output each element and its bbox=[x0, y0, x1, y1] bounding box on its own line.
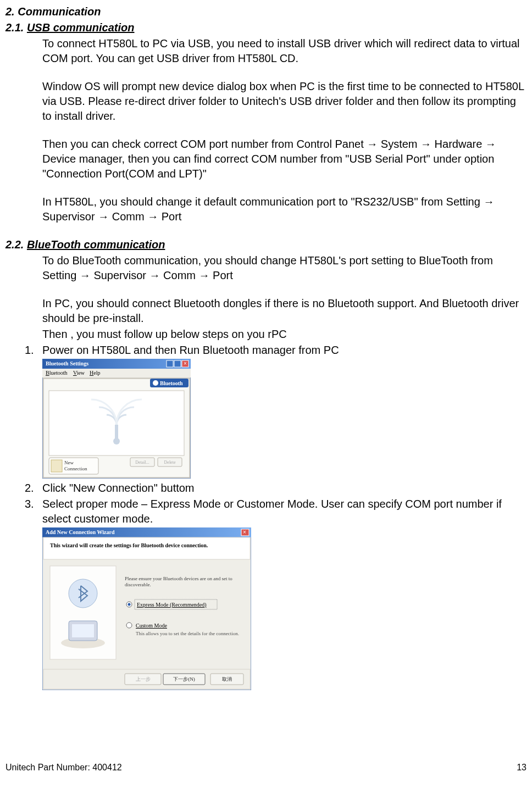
svg-text:上一步: 上一步 bbox=[136, 676, 151, 682]
list-number: 2. bbox=[25, 481, 42, 496]
usb-para-4: In HT580L, you should change it default … bbox=[42, 195, 527, 224]
wizard-illustration-icon bbox=[50, 566, 116, 659]
list-text: Select proper mode – Express Mode or Cus… bbox=[42, 497, 527, 526]
back-button: 上一步 bbox=[125, 674, 161, 685]
minimize-icon bbox=[167, 360, 173, 367]
svg-rect-26 bbox=[72, 624, 94, 637]
svg-text:Express Mode (Recommended): Express Mode (Recommended) bbox=[137, 602, 207, 608]
list-number: 1. bbox=[25, 343, 42, 358]
list-text: Power on HT580L and then Run Bluetooth m… bbox=[42, 343, 527, 358]
svg-text:Connection: Connection bbox=[64, 466, 87, 471]
heading-text: USB communication bbox=[27, 21, 135, 34]
svg-point-29 bbox=[128, 603, 131, 606]
bt-para-3: Then , you must follow up below steps on… bbox=[42, 327, 527, 342]
svg-text:×: × bbox=[243, 529, 246, 535]
svg-rect-22 bbox=[43, 537, 250, 559]
wizard-heading: This wizard will create the settings for… bbox=[50, 542, 208, 548]
screenshot-bluetooth-settings: Bluetooth Settings × Bluetooth View Help… bbox=[42, 359, 191, 479]
step-2: 2. Click "New Connection" buttom bbox=[25, 481, 527, 496]
svg-text:取消: 取消 bbox=[222, 676, 232, 682]
footer-part-number: Unitech Part Number: 400412 bbox=[5, 762, 122, 774]
usb-para-3: Then you can check correct COM port numb… bbox=[42, 137, 527, 181]
footer-page-number: 13 bbox=[517, 762, 527, 774]
svg-text:Bluetooth: Bluetooth bbox=[160, 380, 183, 386]
heading-communication: 2. Communication bbox=[5, 4, 527, 19]
detail-button: Detail... bbox=[130, 458, 154, 466]
svg-rect-16 bbox=[51, 460, 62, 472]
svg-text:下一步(N): 下一步(N) bbox=[173, 676, 195, 682]
menu-help: Help bbox=[90, 370, 100, 376]
svg-point-27 bbox=[69, 579, 97, 608]
heading-usb: 2.1. USB communication bbox=[5, 20, 527, 35]
svg-text:Custom Mode: Custom Mode bbox=[136, 623, 168, 629]
maximize-icon bbox=[174, 360, 181, 367]
bt-para-1: To do BlueTooth communication, you shoul… bbox=[42, 253, 527, 283]
list-text: Click "New Connection" buttom bbox=[42, 481, 527, 496]
svg-text:This allows you to set the det: This allows you to set the details for t… bbox=[136, 631, 239, 636]
step-3: 3. Select proper mode – Express Mode or … bbox=[25, 497, 527, 526]
list-number: 3. bbox=[25, 497, 42, 526]
svg-text:×: × bbox=[184, 360, 187, 366]
bt-para-2: In PC, you should connect Bluetooth dong… bbox=[42, 296, 527, 326]
window-title: Bluetooth Settings bbox=[46, 360, 88, 366]
heading-bluetooth: 2.2. BlueTooth communication bbox=[5, 237, 527, 252]
next-button: 下一步(N) bbox=[163, 674, 205, 685]
new-connection-button: New Connection bbox=[49, 458, 98, 474]
svg-point-32 bbox=[126, 623, 132, 628]
dialog-title: Add New Connection Wizard bbox=[46, 529, 115, 535]
step-1: 1. Power on HT580L and then Run Bluetoot… bbox=[25, 343, 527, 358]
heading-number: 2.1. bbox=[5, 21, 27, 34]
heading-text: BlueTooth communication bbox=[27, 238, 165, 251]
usb-para-2: Window OS will prompt new device dialog … bbox=[42, 79, 527, 124]
menu-bluetooth: Bluetooth bbox=[46, 370, 67, 376]
delete-button: Delete bbox=[158, 458, 182, 466]
usb-para-1: To connect HT580L to PC via USB, you nee… bbox=[42, 36, 527, 66]
page-footer: Unitech Part Number: 400412 13 bbox=[5, 762, 527, 774]
svg-text:Detail...: Detail... bbox=[135, 460, 149, 465]
svg-point-6 bbox=[153, 380, 158, 386]
screenshot-add-connection-wizard: Add New Connection Wizard × This wizard … bbox=[42, 527, 251, 690]
heading-number: 2.2. bbox=[5, 238, 27, 251]
menu-view: View bbox=[73, 370, 85, 376]
svg-text:New: New bbox=[64, 460, 74, 465]
cancel-button: 取消 bbox=[210, 674, 243, 685]
svg-text:Delete: Delete bbox=[164, 460, 176, 465]
svg-rect-10 bbox=[115, 425, 118, 441]
